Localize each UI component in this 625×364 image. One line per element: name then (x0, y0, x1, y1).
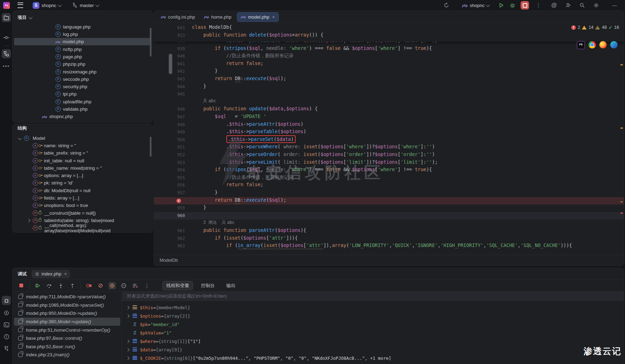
terminal-tool-button[interactable] (2, 320, 11, 329)
structure-item[interactable]: punoptions: bool = true (14, 202, 151, 209)
structure-item[interactable]: poptions: array = [...] (14, 172, 151, 179)
phpstorm-browser-icon[interactable]: PS (577, 41, 585, 49)
code-line[interactable]: 942 } (154, 68, 624, 76)
structure-item[interactable]: m__call(method, args): array|false|mixed… (14, 224, 151, 232)
file-tree-item[interactable]: Clanguage.php (14, 23, 151, 31)
stop-button[interactable] (521, 0, 529, 11)
scrollbar-thumb[interactable] (150, 28, 152, 57)
code-line[interactable]: 949 .$this->parseTable($options) (154, 129, 624, 136)
code-line[interactable]: 962 if (isset($options['attr'])){ (154, 235, 624, 243)
structure-item[interactable]: m__construct([table = null]) (14, 209, 151, 217)
close-icon[interactable]: × (272, 14, 275, 20)
structure-item[interactable]: ptable_prefix: string = '' (14, 149, 151, 157)
code-line[interactable]: 948 .$this->parseAttr($options) (154, 121, 624, 129)
code-line[interactable]: abc (154, 98, 624, 106)
editor-tab-config.ini.php[interactable]: phpconfig.ini.php (157, 13, 199, 21)
code-line[interactable]: 952 .$this->parseOrder( order: isset($op… (154, 151, 624, 159)
code-line[interactable]: 3 用法 abc (154, 220, 624, 227)
chevron-right-icon[interactable] (126, 339, 130, 343)
file-tree-item[interactable]: Cncftp.php (14, 46, 151, 53)
breadcrumb-item[interactable]: ModelDb (160, 258, 178, 263)
search-everywhere-button[interactable] (579, 0, 585, 11)
code-line[interactable]: 953 .$this->parseLimit( limit: isset($op… (154, 159, 624, 167)
run-button[interactable] (498, 0, 504, 11)
scrollbar-thumb[interactable] (150, 137, 152, 157)
file-tree-item[interactable]: Clog.php (14, 31, 151, 38)
code-with-me-button[interactable]: @ (551, 0, 557, 11)
code-line[interactable]: 961 public function parseAttr($options){ (154, 227, 624, 235)
rerun-button[interactable] (444, 0, 449, 11)
chevron-down-icon[interactable] (18, 136, 22, 140)
chevron-right-icon[interactable] (126, 314, 130, 318)
variable-row[interactable]: $data = {array[9]} (124, 345, 622, 354)
code-line[interactable]: 941 return false; (154, 60, 624, 68)
gutter-scrollbar-thumb[interactable] (169, 54, 172, 74)
code-line[interactable]: 950 .$this->parseSet($data) (154, 136, 624, 144)
breakpoint-icon[interactable]: ✓ (176, 199, 181, 203)
chevron-right-icon[interactable] (126, 306, 130, 309)
file-tree-item[interactable]: Cvalidate.php (14, 105, 151, 113)
problems-tool-button[interactable] (2, 332, 11, 341)
code-line[interactable]: 951 .$this->parseWhere( where: isset($op… (154, 144, 624, 151)
structure-item[interactable]: pname: string = '' (14, 142, 151, 149)
variable-row[interactable]: $this = {memberModel} (124, 303, 622, 312)
variable-row[interactable]: 10 01$pkValue = "1" (124, 329, 622, 337)
code-line[interactable]: 944 } (154, 83, 624, 91)
firefox-icon[interactable] (599, 41, 607, 48)
file-tree-item[interactable]: Csecurity.php (14, 83, 151, 90)
file-tree-item[interactable]: phpshopnc.php (14, 113, 151, 120)
chevron-right-icon[interactable] (126, 356, 130, 360)
project-widget[interactable]: S shopnc (33, 0, 61, 11)
vcs-branch-widget[interactable]: master (72, 0, 99, 11)
debug-button[interactable] (510, 0, 515, 11)
structure-tool-button[interactable] (2, 49, 11, 58)
code-line[interactable]: 955 //防止条件传错，更新所有记录 (154, 174, 624, 182)
file-tree-item[interactable]: Cuploadfile.php (14, 98, 151, 105)
git-tool-button[interactable] (2, 344, 11, 353)
variable-row[interactable]: $where = {string[1]} ["1"] (124, 337, 622, 345)
code-line[interactable]: 954 if (stripos($sql, needle: 'where') =… (154, 167, 624, 174)
code-line[interactable]: 960 (154, 212, 624, 220)
structure-item[interactable]: ptable_name: mixed|string = '' (14, 164, 151, 172)
editor-tab-home.php[interactable]: phphome.php (201, 13, 235, 21)
code-line[interactable]: 963 if (in_array(isset($options['attr'])… (154, 242, 624, 250)
more-run-actions-button[interactable]: ⋮ (536, 0, 541, 11)
file-tree-item[interactable]: Cphpzip.php (14, 60, 151, 68)
file-tree-item[interactable]: Cpage.php (14, 53, 151, 60)
chrome-icon[interactable] (588, 41, 596, 48)
chevron-right-icon[interactable] (27, 219, 31, 222)
more-tools-button[interactable]: ••• (2, 61, 11, 71)
run-tool-button[interactable] (2, 308, 11, 317)
invite-user-button[interactable] (565, 0, 571, 11)
code-line[interactable]: 956 return false; (154, 182, 624, 189)
code-line[interactable]: 939 if (stripos($sql, needle: 'where') =… (154, 45, 624, 53)
file-tree-item[interactable]: phpmodel.php (14, 38, 151, 45)
file-tree-item[interactable]: Cresizeimage.php (14, 68, 151, 75)
structure-item[interactable]: pdb: ModelDb|null = null (14, 187, 151, 194)
structure-item[interactable]: ppk: string = 'id' (14, 179, 151, 187)
file-tree-item[interactable]: Ctpl.php (14, 90, 151, 98)
main-menu-button[interactable] (18, 0, 23, 11)
variable-row[interactable]: $_COOKIE = {string[6]} ["0u2m5p7sn80h944… (124, 354, 622, 362)
code-line[interactable]: 957 } (154, 189, 624, 197)
settings-button[interactable] (593, 0, 599, 11)
variable-row[interactable]: 10 01$pk = "member_id" (124, 320, 622, 329)
structure-item[interactable]: pfields: array = [...] (14, 194, 151, 202)
code-line[interactable]: 946 public function update($data,$option… (154, 106, 624, 113)
code-editor[interactable]: 938 .$this->parseLimit( limit: isset($op… (154, 23, 624, 255)
debug-tool-button[interactable] (2, 296, 11, 305)
commit-tool-button[interactable] (2, 33, 11, 42)
code-line[interactable]: 945 (154, 91, 624, 98)
code-line[interactable]: 940 //防止条件传错，删除所有记录 (154, 53, 624, 60)
chevron-right-icon[interactable] (126, 348, 130, 351)
variable-row[interactable]: $options = {array[2]} (124, 312, 622, 320)
file-tree-item[interactable]: Cseccode.php (14, 76, 151, 83)
minimize-button[interactable]: — (612, 0, 617, 11)
project-tool-button[interactable] (2, 13, 11, 22)
run-configuration-widget[interactable]: php shopnc (462, 0, 489, 11)
structure-item[interactable]: pinit_table: null = null (14, 157, 151, 164)
code-line[interactable]: 947 $sql = 'UPDATE ' (154, 113, 624, 121)
code-line[interactable]: 943 return DB::execute($sql); (154, 76, 624, 83)
breakpoint-line[interactable]: ✓ return DB::execute($sql); (154, 197, 624, 205)
breadcrumb[interactable]: ModelDb (154, 255, 624, 266)
